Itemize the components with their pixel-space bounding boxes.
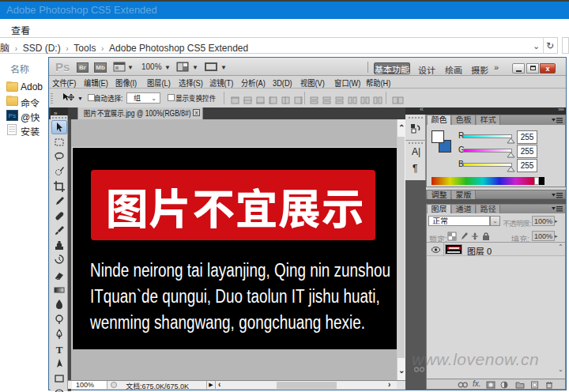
svg-text:T: T — [56, 344, 63, 356]
